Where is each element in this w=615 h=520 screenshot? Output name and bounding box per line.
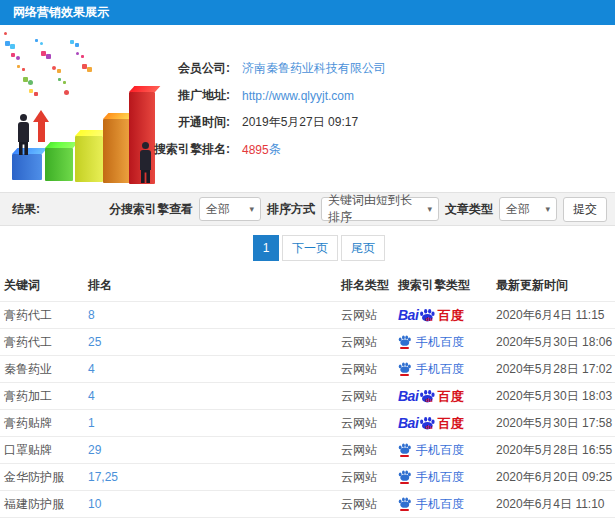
results-label: 结果: bbox=[12, 201, 40, 218]
info-row-company: 会员公司: 济南秦鲁药业科技有限公司 bbox=[118, 55, 478, 82]
rank-type-cell: 云网站 bbox=[337, 356, 394, 383]
businessman-figure-left bbox=[17, 114, 30, 155]
next-page-button[interactable]: 下一页 bbox=[282, 235, 338, 261]
article-type-select[interactable]: 全部 ▾ bbox=[499, 197, 557, 221]
table-row: 膏药代工 25 云网站 Bai du 百度 bbox=[0, 329, 615, 356]
open-time-label: 开通时间: bbox=[118, 114, 230, 131]
mobile-baidu-paw-icon bbox=[398, 443, 411, 457]
keyword-cell: 福建防护服 bbox=[0, 491, 84, 518]
info-row-open-time: 开通时间: 2019年5月27日 09:17 bbox=[118, 109, 478, 136]
rank-type-cell: 云网站 bbox=[337, 410, 394, 437]
engine-select[interactable]: 全部 ▾ bbox=[199, 197, 261, 221]
engine-cell: Bai du 百度 bbox=[394, 491, 492, 518]
rank-cell[interactable]: 25 bbox=[84, 329, 337, 356]
table-row: 膏药贴牌 1 云网站 Bai du 百度 bbox=[0, 410, 615, 437]
filter-bar: 结果: 分搜索引擎查看 全部 ▾ 排序方式 关键词由短到长排序 ▾ 文章类型 全… bbox=[0, 192, 615, 226]
mobile-baidu-paw-icon bbox=[398, 470, 411, 484]
rank-type-cell: 云网站 bbox=[337, 302, 394, 329]
updated-time-cell: 2020年6月20日 09:25 bbox=[492, 464, 615, 491]
engine-cell: Bai du 百度 bbox=[394, 383, 492, 410]
article-type-select-value: 全部 bbox=[506, 201, 530, 218]
engine-cell: Bai du 百度 bbox=[394, 464, 492, 491]
engine-cell: Bai du 百度 bbox=[394, 356, 492, 383]
col-header-updated: 最新更新时间 bbox=[492, 270, 615, 302]
submit-button[interactable]: 提交 bbox=[563, 197, 607, 222]
engine-cell: Bai du 百度 bbox=[394, 302, 492, 329]
chevron-down-icon: ▾ bbox=[243, 204, 254, 214]
top-section: 会员公司: 济南秦鲁药业科技有限公司 推广地址: http://www.qlyy… bbox=[0, 25, 615, 190]
chevron-down-icon: ▾ bbox=[539, 204, 550, 214]
member-info-panel: 会员公司: 济南秦鲁药业科技有限公司 推广地址: http://www.qlyy… bbox=[118, 55, 478, 163]
engine-cell: Bai du 百度 bbox=[394, 329, 492, 356]
rank-cell[interactable]: 8 bbox=[84, 302, 337, 329]
engine-filter-label: 分搜索引擎查看 bbox=[109, 201, 193, 218]
info-row-url: 推广地址: http://www.qlyyjt.com bbox=[118, 82, 478, 109]
mobile-baidu-paw-icon bbox=[398, 497, 411, 511]
chevron-down-icon: ▾ bbox=[421, 204, 432, 214]
page-number-current[interactable]: 1 bbox=[253, 235, 279, 261]
chart-bar-yellow bbox=[75, 136, 103, 182]
open-time-value: 2019年5月27日 09:17 bbox=[242, 114, 358, 131]
rank-cell[interactable]: 17,25 bbox=[84, 464, 337, 491]
table-header-row: 关键词 排名 排名类型 搜索引擎类型 最新更新时间 bbox=[0, 270, 615, 302]
table-row: 秦鲁药业 4 云网站 Bai du 百度 bbox=[0, 356, 615, 383]
chart-bar-blue bbox=[12, 154, 42, 180]
rank-cell[interactable]: 4 bbox=[84, 356, 337, 383]
col-header-keyword: 关键词 bbox=[0, 270, 84, 302]
mobile-baidu-badge: 手机百度 bbox=[398, 496, 464, 513]
sort-select[interactable]: 关键词由短到长排序 ▾ bbox=[321, 197, 439, 221]
keyword-cell: 膏药代工 bbox=[0, 302, 84, 329]
col-header-rank-type: 排名类型 bbox=[337, 270, 394, 302]
confetti-dots bbox=[0, 30, 120, 110]
company-label: 会员公司: bbox=[118, 60, 230, 77]
sort-filter-label: 排序方式 bbox=[267, 201, 315, 218]
col-header-engine-type: 搜索引擎类型 bbox=[394, 270, 492, 302]
promo-url-link[interactable]: http://www.qlyyjt.com bbox=[242, 89, 354, 103]
baidu-logo: Bai du 百度 bbox=[398, 389, 464, 403]
chart-bar-green bbox=[45, 148, 73, 181]
mobile-baidu-paw-icon bbox=[398, 335, 411, 349]
keyword-cell: 秦鲁药业 bbox=[0, 356, 84, 383]
page-title: 网络营销效果展示 bbox=[13, 5, 109, 19]
company-link[interactable]: 济南秦鲁药业科技有限公司 bbox=[242, 60, 386, 77]
info-row-rank-count: 搜索引擎排名: 4895 条 bbox=[118, 136, 478, 163]
rank-type-cell: 云网站 bbox=[337, 491, 394, 518]
table-row: 金华防护服 17,25 云网站 Bai du 百度 bbox=[0, 464, 615, 491]
updated-time-cell: 2020年5月28日 16:55 bbox=[492, 437, 615, 464]
rank-type-cell: 云网站 bbox=[337, 383, 394, 410]
table-row: 膏药代工 8 云网站 Bai du 百度 bbox=[0, 302, 615, 329]
table-row: 膏药加工 4 云网站 Bai du 百度 bbox=[0, 383, 615, 410]
baidu-logo: Bai du 百度 bbox=[398, 416, 464, 430]
engine-select-value: 全部 bbox=[206, 201, 230, 218]
rank-count-value: 4895 bbox=[242, 143, 269, 157]
rank-cell[interactable]: 1 bbox=[84, 410, 337, 437]
sort-select-value: 关键词由短到长排序 bbox=[328, 192, 421, 226]
col-header-rank: 排名 bbox=[84, 270, 337, 302]
mobile-baidu-badge: 手机百度 bbox=[398, 442, 464, 459]
rank-type-cell: 云网站 bbox=[337, 329, 394, 356]
table-row: 口罩贴牌 29 云网站 Bai du 百度 bbox=[0, 437, 615, 464]
rank-type-cell: 云网站 bbox=[337, 437, 394, 464]
mobile-baidu-paw-icon bbox=[398, 362, 411, 376]
keyword-cell: 金华防护服 bbox=[0, 464, 84, 491]
table-row: 福建防护服 10 云网站 Bai du 百度 bbox=[0, 491, 615, 518]
updated-time-cell: 2020年5月30日 18:06 bbox=[492, 329, 615, 356]
rank-count-suffix[interactable]: 条 bbox=[269, 141, 281, 158]
article-type-label: 文章类型 bbox=[445, 201, 493, 218]
updated-time-cell: 2020年6月4日 11:15 bbox=[492, 302, 615, 329]
keyword-cell: 膏药贴牌 bbox=[0, 410, 84, 437]
rank-cell[interactable]: 10 bbox=[84, 491, 337, 518]
last-page-button[interactable]: 尾页 bbox=[341, 235, 385, 261]
keyword-cell: 口罩贴牌 bbox=[0, 437, 84, 464]
updated-time-cell: 2020年5月30日 17:58 bbox=[492, 410, 615, 437]
keyword-cell: 膏药加工 bbox=[0, 383, 84, 410]
rank-cell[interactable]: 4 bbox=[84, 383, 337, 410]
updated-time-cell: 2020年6月4日 11:10 bbox=[492, 491, 615, 518]
updated-time-cell: 2020年5月28日 17:02 bbox=[492, 356, 615, 383]
keyword-cell: 膏药代工 bbox=[0, 329, 84, 356]
pagination: 1 下一页 尾页 bbox=[0, 226, 615, 270]
mobile-baidu-badge: 手机百度 bbox=[398, 361, 464, 378]
filter-controls: 分搜索引擎查看 全部 ▾ 排序方式 关键词由短到长排序 ▾ 文章类型 全部 ▾ … bbox=[109, 197, 607, 222]
page-titlebar: 网络营销效果展示 bbox=[0, 0, 615, 25]
rank-cell[interactable]: 29 bbox=[84, 437, 337, 464]
